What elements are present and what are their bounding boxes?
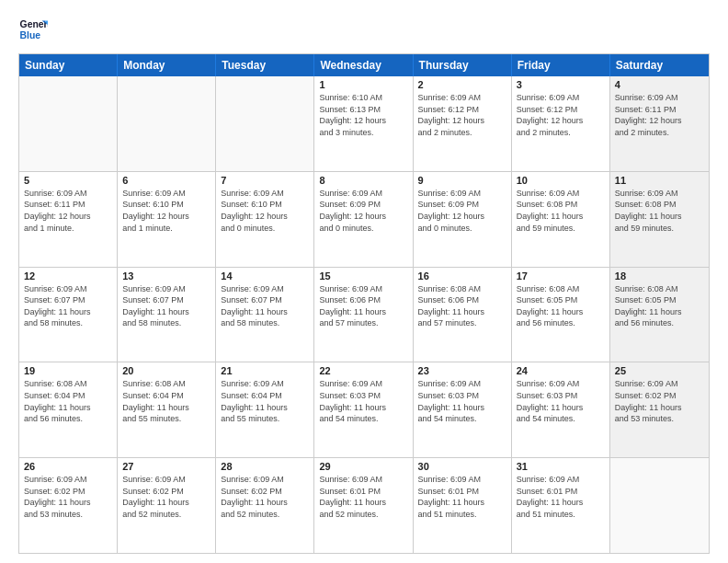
day-number: 9 <box>418 175 506 186</box>
day-number: 21 <box>221 365 309 376</box>
day-header: Tuesday <box>216 54 314 76</box>
day-info: Sunrise: 6:10 AM Sunset: 6:13 PM Dayligh… <box>319 92 407 138</box>
day-header: Friday <box>512 54 610 76</box>
day-number: 31 <box>517 461 605 472</box>
day-info: Sunrise: 6:09 AM Sunset: 6:07 PM Dayligh… <box>24 283 112 329</box>
day-number: 12 <box>24 270 112 282</box>
day-header: Thursday <box>414 54 512 76</box>
logo-icon: General Blue <box>18 15 48 44</box>
day-header: Wednesday <box>314 54 413 76</box>
day-number: 17 <box>517 270 605 282</box>
day-number: 8 <box>319 175 407 186</box>
day-cell: 17Sunrise: 6:08 AM Sunset: 6:05 PM Dayli… <box>512 268 610 362</box>
day-info: Sunrise: 6:09 AM Sunset: 6:10 PM Dayligh… <box>122 188 210 234</box>
day-cell: 18Sunrise: 6:08 AM Sunset: 6:05 PM Dayli… <box>610 268 709 362</box>
day-number: 28 <box>221 461 309 472</box>
calendar-weeks: 1Sunrise: 6:10 AM Sunset: 6:13 PM Daylig… <box>19 76 709 553</box>
day-info: Sunrise: 6:09 AM Sunset: 6:06 PM Dayligh… <box>319 283 407 329</box>
day-number: 24 <box>517 365 605 376</box>
day-cell: 25Sunrise: 6:09 AM Sunset: 6:02 PM Dayli… <box>610 362 709 457</box>
day-info: Sunrise: 6:09 AM Sunset: 6:04 PM Dayligh… <box>221 378 309 424</box>
day-info: Sunrise: 6:09 AM Sunset: 6:08 PM Dayligh… <box>615 188 704 234</box>
day-info: Sunrise: 6:08 AM Sunset: 6:05 PM Dayligh… <box>615 283 704 329</box>
day-cell: 4Sunrise: 6:09 AM Sunset: 6:11 PM Daylig… <box>610 76 709 171</box>
day-cell: 7Sunrise: 6:09 AM Sunset: 6:10 PM Daylig… <box>216 172 314 267</box>
day-number: 5 <box>24 175 112 186</box>
day-number: 15 <box>319 270 407 282</box>
day-number: 14 <box>221 270 309 282</box>
day-number: 25 <box>615 365 704 376</box>
day-number: 19 <box>24 365 112 376</box>
day-cell: 5Sunrise: 6:09 AM Sunset: 6:11 PM Daylig… <box>19 172 118 267</box>
day-number: 27 <box>122 461 210 472</box>
day-cell: 23Sunrise: 6:09 AM Sunset: 6:03 PM Dayli… <box>414 362 512 457</box>
day-info: Sunrise: 6:09 AM Sunset: 6:12 PM Dayligh… <box>418 92 506 138</box>
day-cell: 27Sunrise: 6:09 AM Sunset: 6:02 PM Dayli… <box>118 458 216 553</box>
logo: General Blue <box>18 15 48 44</box>
week-row: 1Sunrise: 6:10 AM Sunset: 6:13 PM Daylig… <box>19 76 709 172</box>
day-info: Sunrise: 6:09 AM Sunset: 6:09 PM Dayligh… <box>319 188 407 234</box>
day-cell <box>118 76 216 171</box>
day-number: 16 <box>418 270 506 282</box>
day-info: Sunrise: 6:09 AM Sunset: 6:01 PM Dayligh… <box>418 474 506 520</box>
day-cell: 11Sunrise: 6:09 AM Sunset: 6:08 PM Dayli… <box>610 172 709 267</box>
day-number: 11 <box>615 175 704 186</box>
day-info: Sunrise: 6:08 AM Sunset: 6:04 PM Dayligh… <box>24 378 112 424</box>
week-row: 5Sunrise: 6:09 AM Sunset: 6:11 PM Daylig… <box>19 172 709 268</box>
day-cell: 6Sunrise: 6:09 AM Sunset: 6:10 PM Daylig… <box>118 172 216 267</box>
day-info: Sunrise: 6:09 AM Sunset: 6:11 PM Dayligh… <box>24 188 112 234</box>
day-info: Sunrise: 6:09 AM Sunset: 6:11 PM Dayligh… <box>615 92 704 138</box>
day-number: 13 <box>122 270 210 282</box>
day-cell: 10Sunrise: 6:09 AM Sunset: 6:08 PM Dayli… <box>512 172 610 267</box>
day-info: Sunrise: 6:09 AM Sunset: 6:07 PM Dayligh… <box>221 283 309 329</box>
day-cell <box>19 76 118 171</box>
day-number: 30 <box>418 461 506 472</box>
day-cell: 12Sunrise: 6:09 AM Sunset: 6:07 PM Dayli… <box>19 268 118 362</box>
day-cell: 13Sunrise: 6:09 AM Sunset: 6:07 PM Dayli… <box>118 268 216 362</box>
day-number: 18 <box>615 270 704 282</box>
day-info: Sunrise: 6:08 AM Sunset: 6:05 PM Dayligh… <box>517 283 605 329</box>
day-number: 23 <box>418 365 506 376</box>
day-headers-row: SundayMondayTuesdayWednesdayThursdayFrid… <box>19 54 709 76</box>
day-header: Sunday <box>19 54 118 76</box>
day-info: Sunrise: 6:09 AM Sunset: 6:12 PM Dayligh… <box>517 92 605 138</box>
day-number: 1 <box>319 79 407 90</box>
day-number: 29 <box>319 461 407 472</box>
day-number: 2 <box>418 79 506 90</box>
day-cell: 8Sunrise: 6:09 AM Sunset: 6:09 PM Daylig… <box>314 172 413 267</box>
svg-text:Blue: Blue <box>20 30 41 40</box>
day-info: Sunrise: 6:09 AM Sunset: 6:03 PM Dayligh… <box>517 378 605 424</box>
day-cell: 24Sunrise: 6:09 AM Sunset: 6:03 PM Dayli… <box>512 362 610 457</box>
day-cell: 20Sunrise: 6:08 AM Sunset: 6:04 PM Dayli… <box>118 362 216 457</box>
day-cell: 2Sunrise: 6:09 AM Sunset: 6:12 PM Daylig… <box>414 76 512 171</box>
day-cell: 14Sunrise: 6:09 AM Sunset: 6:07 PM Dayli… <box>216 268 314 362</box>
day-info: Sunrise: 6:09 AM Sunset: 6:09 PM Dayligh… <box>418 188 506 234</box>
calendar: SundayMondayTuesdayWednesdayThursdayFrid… <box>18 53 710 554</box>
day-info: Sunrise: 6:09 AM Sunset: 6:03 PM Dayligh… <box>418 378 506 424</box>
day-cell: 1Sunrise: 6:10 AM Sunset: 6:13 PM Daylig… <box>314 76 413 171</box>
day-cell: 28Sunrise: 6:09 AM Sunset: 6:02 PM Dayli… <box>216 458 314 553</box>
day-cell: 31Sunrise: 6:09 AM Sunset: 6:01 PM Dayli… <box>512 458 610 553</box>
day-info: Sunrise: 6:09 AM Sunset: 6:10 PM Dayligh… <box>221 188 309 234</box>
day-info: Sunrise: 6:08 AM Sunset: 6:04 PM Dayligh… <box>122 378 210 424</box>
page-header: General Blue <box>18 15 710 44</box>
day-info: Sunrise: 6:09 AM Sunset: 6:01 PM Dayligh… <box>319 474 407 520</box>
day-cell: 26Sunrise: 6:09 AM Sunset: 6:02 PM Dayli… <box>19 458 118 553</box>
day-info: Sunrise: 6:09 AM Sunset: 6:03 PM Dayligh… <box>319 378 407 424</box>
day-cell: 16Sunrise: 6:08 AM Sunset: 6:06 PM Dayli… <box>414 268 512 362</box>
day-number: 4 <box>615 79 704 90</box>
day-info: Sunrise: 6:09 AM Sunset: 6:01 PM Dayligh… <box>517 474 605 520</box>
day-info: Sunrise: 6:09 AM Sunset: 6:07 PM Dayligh… <box>122 283 210 329</box>
day-cell: 3Sunrise: 6:09 AM Sunset: 6:12 PM Daylig… <box>512 76 610 171</box>
day-info: Sunrise: 6:09 AM Sunset: 6:02 PM Dayligh… <box>24 474 112 520</box>
day-info: Sunrise: 6:09 AM Sunset: 6:02 PM Dayligh… <box>122 474 210 520</box>
day-cell: 29Sunrise: 6:09 AM Sunset: 6:01 PM Dayli… <box>314 458 413 553</box>
day-number: 26 <box>24 461 112 472</box>
day-info: Sunrise: 6:09 AM Sunset: 6:02 PM Dayligh… <box>615 378 704 424</box>
day-number: 10 <box>517 175 605 186</box>
day-number: 7 <box>221 175 309 186</box>
day-number: 6 <box>122 175 210 186</box>
week-row: 26Sunrise: 6:09 AM Sunset: 6:02 PM Dayli… <box>19 458 709 553</box>
day-header: Monday <box>118 54 216 76</box>
day-info: Sunrise: 6:08 AM Sunset: 6:06 PM Dayligh… <box>418 283 506 329</box>
